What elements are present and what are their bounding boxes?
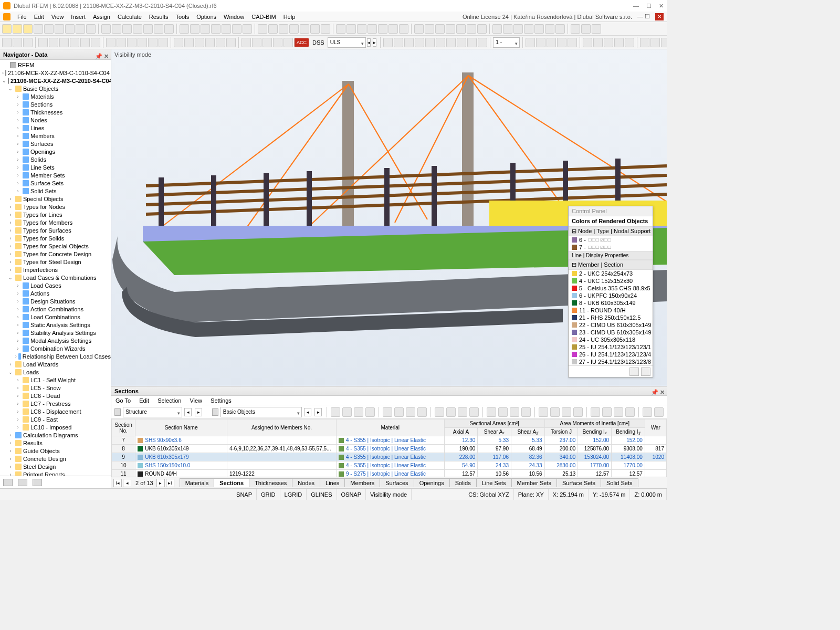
tb1-btn-19[interactable] (211, 24, 220, 34)
control-panel[interactable]: Control Panel Colors of Rendered Objects… (568, 206, 653, 377)
tab-materials[interactable]: Materials (180, 478, 215, 487)
tb2-btn-15[interactable] (174, 38, 183, 47)
menu-edit[interactable]: Edit (30, 14, 48, 20)
tb1-btn-12[interactable] (133, 24, 142, 34)
tb2-btn-32[interactable] (446, 38, 456, 47)
navigator-tree[interactable]: RFEM›21106-MCE-XX-ZZ-M3-C-1010-S4-C04 (O… (0, 60, 111, 476)
tree-load-3[interactable]: ›LC7 - Prestress (0, 400, 111, 407)
menu-tools[interactable]: Tools (172, 14, 193, 20)
tab-prev-button[interactable]: ◂ (123, 479, 131, 487)
sec-tb-23[interactable] (625, 407, 635, 417)
tb1-btn-26[interactable] (289, 24, 299, 34)
tree-lcc-0[interactable]: ›Load Cases (0, 281, 111, 289)
tb2-btn-7[interactable] (80, 38, 90, 47)
status-grid[interactable]: GRID (257, 489, 280, 500)
tree-basic-1[interactable]: ›Sections (0, 100, 111, 108)
cp-tool-2-icon[interactable] (641, 368, 650, 376)
sec-tb-25[interactable] (654, 407, 664, 417)
tree-basic-8[interactable]: ›Solids (0, 155, 111, 163)
status-lgrid[interactable]: LGRID (280, 489, 307, 500)
tb1-btn-36[interactable] (399, 24, 408, 34)
sections-tabstrip[interactable]: I◂ ◂ 2 of 13 ▸ ▸I MaterialsSectionsThick… (111, 477, 667, 488)
next-obj-button[interactable]: ▸ (314, 408, 322, 416)
tb1-btn-42[interactable] (467, 24, 476, 34)
nav-pin-icon[interactable]: 📌 (95, 53, 102, 59)
sections-menu[interactable]: Go ToEditSelectionViewSettings (111, 396, 667, 405)
tab-members[interactable]: Members (344, 478, 380, 487)
tb2-btn-12[interactable] (138, 38, 147, 47)
sec-menu-edit[interactable]: Edit (139, 397, 149, 404)
tb1-btn-18[interactable] (201, 24, 210, 34)
cp-member-7[interactable]: 22 - CIMD UB 610x305x149 / (569, 321, 653, 329)
load-case-combo[interactable]: ULS (STR/GEO) - Accide... (328, 37, 366, 48)
tb1-btn-10[interactable] (112, 24, 121, 34)
tree-group-5[interactable]: ›Types for Solids (0, 234, 111, 242)
objects-combo[interactable]: Basic Objects (220, 407, 302, 417)
tb2-btn-2[interactable] (23, 38, 33, 47)
tab-solids[interactable]: Solids (449, 478, 477, 487)
table-row[interactable]: 10SHS 150x150x10.04 - S355 | Isotropic |… (112, 461, 667, 470)
tb2-btn-23[interactable] (262, 38, 272, 47)
tb2-btn-1[interactable] (13, 38, 22, 47)
tb1-btn-9[interactable] (101, 24, 111, 34)
tb2-btn-41[interactable] (583, 38, 592, 47)
tb1-btn-5[interactable] (55, 24, 64, 34)
tb1-btn-3[interactable] (34, 24, 43, 34)
menu-window[interactable]: Window (220, 14, 248, 20)
tree-lcc-9[interactable]: ›Relationship Between Load Cases (0, 352, 111, 360)
tab-openings[interactable]: Openings (414, 478, 450, 487)
lc-next[interactable]: ▸ (373, 38, 376, 47)
cp-member-8[interactable]: 23 - CIMD UB 610x305x149 / (569, 329, 653, 336)
tree-basic-12[interactable]: ›Solid Sets (0, 187, 111, 195)
tree-group-3[interactable]: ›Types for Members (0, 218, 111, 226)
tb1-btn-28[interactable] (310, 24, 320, 34)
tb1-btn-48[interactable] (534, 24, 544, 34)
tree-tail-5[interactable]: ›Printout Reports (0, 470, 111, 476)
cp-member-12[interactable]: 27 - IU 254.1/123/123/123/8 (569, 358, 653, 365)
tab-surface-sets[interactable]: Surface Sets (556, 478, 601, 487)
sections-pin-icon[interactable]: 📌 (651, 389, 658, 395)
doc-close-button[interactable]: ✕ (655, 13, 664, 20)
tb2-btn-39[interactable] (557, 38, 566, 47)
tb2-btn-48[interactable] (661, 38, 667, 47)
tb1-btn-11[interactable] (122, 24, 132, 34)
tb2-btn-8[interactable] (91, 38, 100, 47)
tb1-btn-1[interactable] (13, 24, 22, 34)
structure-icon[interactable] (114, 408, 121, 416)
tb1-btn-6[interactable] (65, 24, 75, 34)
tree-basic[interactable]: ⌄Basic Objects (0, 85, 111, 92)
tb1-btn-47[interactable] (524, 24, 533, 34)
navigator-tabs[interactable] (0, 476, 111, 488)
tree-group-2[interactable]: ›Types for Lines (0, 211, 111, 218)
sections-grid[interactable]: SectionNo.Section NameAssigned to Member… (111, 419, 667, 477)
tb1-btn-13[interactable] (143, 24, 153, 34)
sec-tb-11[interactable] (469, 407, 479, 417)
cp-node-0[interactable]: 6 - ☐☐☐ ☑☐☐ (569, 236, 653, 244)
app-menu-icon[interactable] (3, 13, 10, 20)
tab-next-button[interactable]: ▸ (156, 479, 165, 487)
tab-member-sets[interactable]: Member Sets (511, 478, 557, 487)
tree-lcc[interactable]: ⌄Load Cases & Combinations (0, 274, 111, 281)
minimize-button[interactable]: — (633, 3, 639, 9)
tb2-btn-28[interactable] (404, 38, 414, 47)
sec-menu-settings[interactable]: Settings (211, 397, 232, 404)
tab-last-button[interactable]: ▸I (166, 479, 174, 487)
tab-lines[interactable]: Lines (320, 478, 345, 487)
tree-basic-11[interactable]: ›Surface Sets (0, 179, 111, 187)
tree-lcc-7[interactable]: ›Modal Analysis Settings (0, 337, 111, 344)
tb2-btn-34[interactable] (467, 38, 477, 47)
tb2-btn-29[interactable] (415, 38, 424, 47)
sec-tb-1[interactable] (342, 407, 352, 417)
tree-load-2[interactable]: ›LC6 - Dead (0, 392, 111, 400)
tb2-btn-30[interactable] (425, 38, 435, 47)
cp-node-1[interactable]: 7 - ☐☐☐ ☑☐☐ (569, 244, 653, 251)
sec-tb-0[interactable] (331, 407, 340, 417)
tree-group-1[interactable]: ›Types for Nodes (0, 203, 111, 211)
tree-group-9[interactable]: ›Imperfections (0, 266, 111, 274)
tb2-btn-45[interactable] (625, 38, 634, 47)
tb1-btn-43[interactable] (477, 24, 487, 34)
tb1-btn-8[interactable] (86, 24, 96, 34)
tab-sections[interactable]: Sections (214, 478, 249, 487)
tb2-btn-43[interactable] (604, 38, 613, 47)
tb1-btn-32[interactable] (357, 24, 366, 34)
